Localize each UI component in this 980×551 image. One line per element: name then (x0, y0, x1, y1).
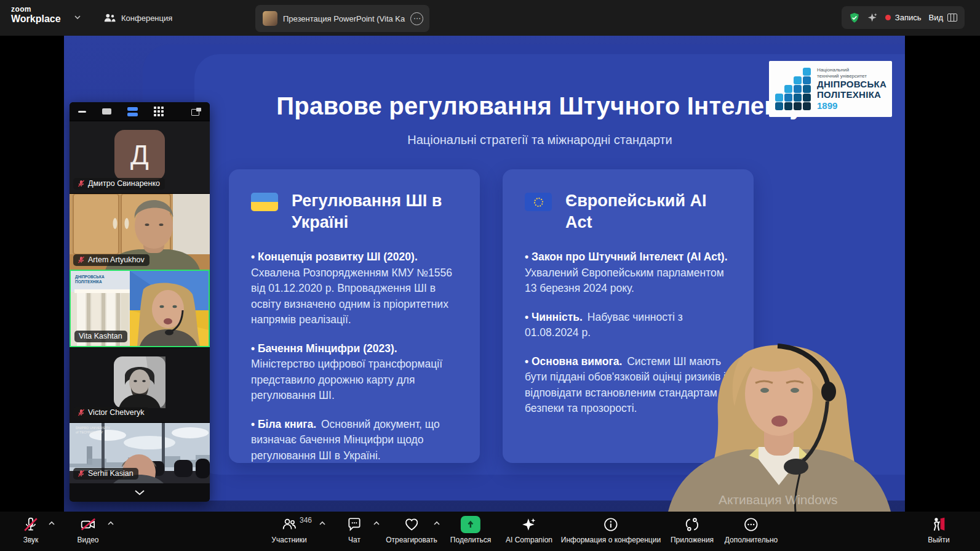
share-screen-button[interactable]: Поделиться (450, 516, 491, 544)
panel-scroll-down-button[interactable] (70, 483, 210, 501)
video-tile[interactable]: DNIPRO UNIVERSITY of TECHNOLOGY Serhii K… (70, 422, 210, 483)
chevron-down-icon (134, 489, 145, 496)
speaker-view-icon[interactable] (127, 107, 138, 116)
tab-options-icon[interactable] (410, 12, 423, 25)
view-layout-icon (947, 14, 957, 22)
virtual-background-logo: ДНІПРОВСЬКА ПОЛІТЕХНІКА (75, 275, 118, 284)
ai-sparkle-icon (521, 517, 537, 533)
ai-companion-button[interactable]: AI Companion (506, 516, 552, 544)
leave-door-icon (930, 517, 947, 533)
video-tile-active-speaker[interactable]: ДНІПРОВСЬКА ПОЛІТЕХНІКА Vita Kashtan (70, 270, 210, 347)
university-logo-squares-icon (774, 66, 812, 112)
zoom-workplace-logo: zoom Workplace (11, 6, 61, 25)
virtual-background-logo: DNIPRO UNIVERSITY of TECHNOLOGY (76, 426, 111, 435)
avatar: Д (114, 130, 165, 180)
participants-options-chevron[interactable] (319, 521, 326, 526)
university-name-line2: ПОЛІТЕХНІКА (817, 90, 886, 100)
recording-label: Запись (895, 13, 922, 22)
tab-presentation[interactable]: Презентация PowerPoint (Vita Ka (255, 5, 429, 32)
video-tile[interactable]: Artem Artyukhov (70, 193, 210, 270)
mic-muted-icon (78, 409, 85, 416)
share-screen-icon (461, 516, 480, 533)
audio-button[interactable]: Звук (23, 516, 39, 544)
university-logo: Національний технічний університет ДНІПР… (769, 61, 892, 117)
participant-name-badge: Artem Artyukhov (73, 254, 149, 266)
university-year: 1899 (817, 100, 886, 111)
card-ukraine-heading: Регулювання ШІ в Україні (292, 190, 458, 233)
meeting-people-icon (103, 13, 116, 23)
mic-muted-icon (23, 517, 39, 533)
video-button[interactable]: Видео (77, 516, 98, 544)
leave-button[interactable]: Выйти (928, 516, 950, 544)
eu-flag-icon (525, 193, 552, 211)
university-name-line1: ДНІПРОВСЬКА (817, 79, 886, 90)
chat-button[interactable]: Чат (346, 516, 362, 544)
workspace-chevron-icon[interactable] (74, 14, 81, 21)
chat-icon (346, 517, 362, 533)
presenter-video-cutout (652, 329, 905, 512)
apps-icon (684, 517, 700, 533)
video-tile[interactable]: Victor Chetveryk (70, 347, 210, 422)
camera-muted-icon (79, 517, 97, 533)
presenter-thumbnail-avatar (263, 11, 277, 26)
topbar-status-group: Запись Вид (842, 6, 965, 29)
minimize-icon[interactable] (78, 111, 86, 113)
tab-conference[interactable]: Конференция (103, 0, 172, 36)
participant-name-badge: Vita Kashtan (74, 331, 127, 342)
meeting-toolbar: Звук Видео 346 Участники (0, 512, 980, 551)
participant-name-badge: Дмитро Свинаренко (73, 178, 165, 190)
heart-icon (404, 517, 420, 533)
video-options-chevron[interactable] (107, 521, 114, 526)
ai-sparkle-icon[interactable] (867, 12, 878, 23)
minimized-view-icon[interactable] (102, 108, 111, 115)
recording-dot-icon (885, 15, 891, 20)
security-shield-icon[interactable] (849, 12, 860, 24)
recording-indicator[interactable]: Запись (885, 13, 922, 22)
participants-icon (281, 517, 297, 533)
participants-count: 346 (300, 516, 312, 525)
ukraine-flag-icon (251, 193, 278, 211)
mic-muted-icon (78, 470, 85, 477)
tab-conference-label: Конференция (121, 14, 172, 23)
participant-name-badge: Victor Chetveryk (73, 407, 149, 419)
participants-panel: Д Дмитро Свинаренко (70, 102, 210, 502)
gallery-view-icon[interactable] (154, 107, 164, 116)
card-eu-heading: Європейський AI Act (565, 190, 731, 233)
meeting-main-area: Правове регулювання Штучного Інтелекту Н… (0, 36, 980, 512)
more-ellipsis-icon (743, 517, 759, 533)
zoom-logo-text: zoom (11, 6, 61, 14)
slide-subtitle: Національні стратегії та міжнародні стан… (212, 133, 868, 147)
mic-muted-icon (78, 180, 85, 187)
popout-icon[interactable] (191, 108, 201, 116)
window-titlebar: zoom Workplace Конференция Презентация P… (0, 0, 980, 36)
info-icon (603, 517, 619, 533)
video-tile[interactable]: Д Дмитро Свинаренко (70, 121, 210, 193)
tab-presentation-label: Презентация PowerPoint (Vita Ka (283, 14, 405, 23)
audio-options-chevron[interactable] (48, 521, 55, 526)
university-affiliation-line1: Національний (817, 67, 886, 73)
mic-muted-icon (78, 256, 85, 263)
workplace-logo-text: Workplace (11, 14, 61, 25)
slide-card-ukraine: Регулювання ШІ в Україні Концепція розви… (229, 169, 480, 463)
bullet-item: Закон про Штучний Інтелект (AI Act). Ухв… (525, 249, 731, 297)
meeting-info-button[interactable]: Информация о конференции (561, 516, 661, 544)
view-label: Вид (928, 13, 943, 22)
participant-name-badge: Serhii Kasian (73, 468, 138, 480)
react-button[interactable]: Отреагировать (386, 516, 437, 544)
bullet-item: Біла книга. Основний документ, що визнач… (251, 417, 458, 464)
react-options-chevron[interactable] (433, 521, 440, 526)
participants-button[interactable]: 346 Участники (271, 516, 306, 544)
more-button[interactable]: Дополнительно (725, 516, 778, 544)
chat-options-chevron[interactable] (373, 521, 380, 526)
apps-button[interactable]: Приложения (671, 516, 714, 544)
participants-panel-header (70, 102, 210, 121)
bullet-item: Бачення Мінцифри (2023). Міністерство ци… (251, 341, 458, 404)
bullet-item: Концепція розвитку ШІ (2020). Схвалена Р… (251, 249, 458, 328)
view-button[interactable]: Вид (928, 13, 957, 22)
